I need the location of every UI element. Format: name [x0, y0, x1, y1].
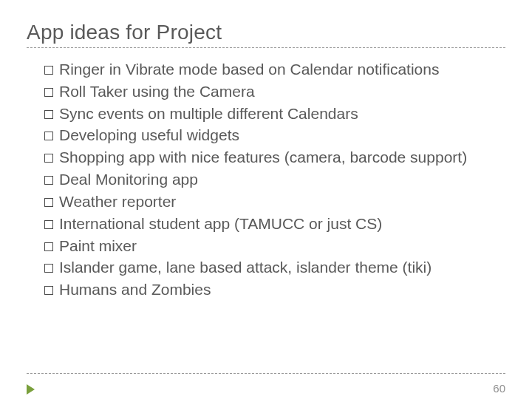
checkbox-icon	[44, 132, 53, 140]
checkbox-icon	[44, 110, 53, 119]
checkbox-icon	[44, 154, 53, 163]
list-item-label: Roll Taker using the Camera	[59, 83, 255, 100]
checkbox-icon	[44, 264, 53, 273]
list-item-label: Paint mixer	[59, 237, 137, 254]
page-title: App ideas for Project	[27, 21, 505, 44]
checkbox-icon	[44, 66, 53, 75]
list-item-label: Weather reporter	[59, 193, 176, 210]
list-item: Ringer in Vibrate mode based on Calendar…	[30, 58, 505, 81]
list-item: Shopping app with nice features (camera,…	[30, 146, 505, 168]
checkbox-icon	[44, 176, 53, 185]
page-number: 60	[493, 382, 505, 395]
list-item-label: International student app (TAMUCC or jus…	[59, 215, 382, 232]
list-item-label: Humans and Zombies	[59, 281, 211, 298]
list-item: International student app (TAMUCC or jus…	[30, 213, 505, 235]
chevron-right-icon	[27, 384, 35, 395]
list-item-label: Deal Monitoring app	[59, 171, 198, 188]
list-item: Paint mixer	[30, 235, 505, 257]
checkbox-icon	[44, 198, 53, 207]
title-divider	[27, 47, 505, 48]
checkbox-icon	[44, 242, 53, 251]
checkbox-icon	[44, 286, 53, 295]
list-item: Humans and Zombies	[30, 279, 505, 301]
list-item-label: Ringer in Vibrate mode based on Calendar…	[59, 61, 439, 78]
bullet-list: Ringer in Vibrate mode based on Calendar…	[27, 58, 505, 301]
footer-divider	[27, 373, 505, 374]
list-item-label: Sync events on multiple different Calend…	[59, 105, 358, 122]
list-item: Deal Monitoring app	[30, 168, 505, 191]
list-item: Sync events on multiple different Calend…	[30, 103, 505, 125]
list-item: Roll Taker using the Camera	[30, 81, 505, 103]
checkbox-icon	[44, 220, 53, 229]
slide: App ideas for Project Ringer in Vibrate …	[0, 0, 532, 399]
list-item-label: Islander game, lane based attack, island…	[59, 259, 432, 276]
list-item-label: Developing useful widgets	[59, 126, 239, 143]
list-item: Weather reporter	[30, 191, 505, 213]
list-item: Islander game, lane based attack, island…	[30, 256, 505, 279]
list-item-label: Shopping app with nice features (camera,…	[59, 149, 467, 166]
checkbox-icon	[44, 88, 53, 97]
list-item: Developing useful widgets	[30, 124, 505, 146]
